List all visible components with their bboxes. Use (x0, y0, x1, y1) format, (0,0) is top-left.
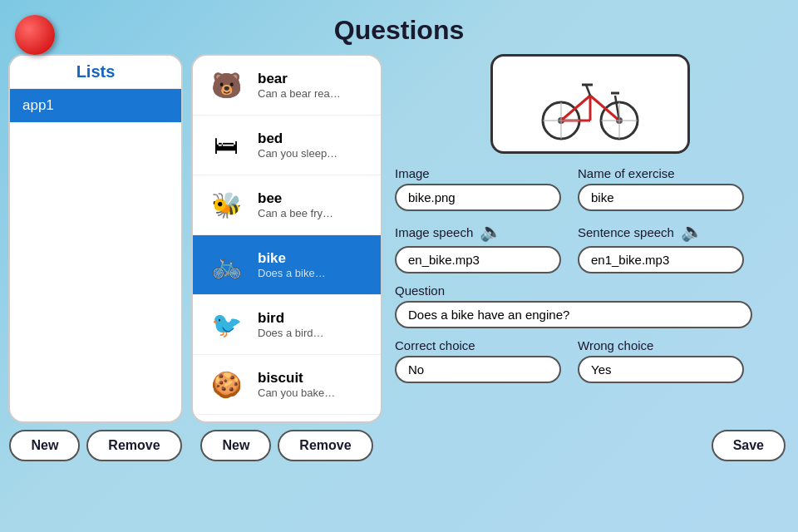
item-image-biscuit: 🍪 (201, 362, 251, 407)
item-image-bee: 🐝 (201, 182, 251, 228)
lists-remove-button[interactable]: Remove (86, 430, 181, 461)
image-speech-label: Image speech (395, 225, 473, 239)
item-row-bike[interactable]: 🚲 bike Does a bike… (193, 235, 381, 295)
items-list: 🐻 bear Can a bear rea… 🛏 bed Can you sle… (193, 56, 381, 421)
item-image-bike: 🚲 (201, 242, 251, 288)
page-title: Questions (0, 0, 798, 54)
item-row-bee[interactable]: 🐝 bee Can a bee fry… (193, 175, 381, 235)
item-name-bike: bike (258, 250, 326, 267)
item-row-biscuit[interactable]: 🍪 biscuit Can you bake… (193, 355, 381, 415)
item-subtext-biscuit: Can you bake… (258, 387, 335, 399)
image-group: Image (395, 166, 561, 211)
wrong-choice-group: Wrong choice (578, 338, 744, 383)
item-name-bird: bird (258, 310, 323, 327)
sentence-speech-group: Sentence speech 🔈 (578, 221, 744, 273)
image-label: Image (395, 166, 561, 180)
lists-panel: Lists app1 New Remove (8, 54, 183, 461)
question-input[interactable] (395, 301, 752, 328)
lists-header: Lists (10, 56, 181, 89)
item-image-bear: 🐻 (201, 62, 251, 108)
item-subtext-bee: Can a bee fry… (258, 207, 333, 219)
speech-row: Image speech 🔈 Sentence speech 🔈 (395, 221, 786, 273)
list-item-app1[interactable]: app1 (10, 89, 181, 123)
name-input[interactable] (578, 184, 744, 211)
detail-panel: Image Name of exercise Image speech 🔈 Se… (391, 54, 790, 461)
sentence-speech-input[interactable] (578, 246, 744, 273)
choices-row: Correct choice Wrong choice (395, 338, 786, 383)
item-subtext-bear: Can a bear rea… (258, 87, 341, 100)
image-speech-speaker-icon[interactable]: 🔈 (480, 221, 502, 243)
image-speech-group: Image speech 🔈 (395, 221, 561, 273)
item-name-bee: bee (258, 190, 333, 207)
item-name-biscuit: biscuit (258, 370, 335, 387)
image-speech-input[interactable] (395, 246, 561, 273)
red-circle-button[interactable] (15, 15, 55, 55)
items-buttons: New Remove (191, 430, 382, 461)
name-label: Name of exercise (578, 166, 744, 180)
svg-line-8 (586, 85, 590, 96)
lists-items: app1 (10, 89, 181, 421)
bike-image-svg (536, 66, 644, 141)
item-image-bird: 🐦 (201, 302, 251, 347)
save-btn-area: Save (395, 421, 786, 461)
items-new-button[interactable]: New (200, 430, 271, 461)
correct-choice-input[interactable] (395, 356, 561, 383)
question-row: Question (395, 283, 786, 328)
save-button[interactable]: Save (712, 430, 786, 461)
items-panel: 🐻 bear Can a bear rea… 🛏 bed Can you sle… (191, 54, 382, 461)
item-name-bed: bed (258, 131, 337, 147)
correct-choice-group: Correct choice (395, 338, 561, 383)
item-row-bear[interactable]: 🐻 bear Can a bear rea… (193, 56, 381, 116)
sentence-speech-speaker-icon[interactable]: 🔈 (681, 221, 703, 243)
image-input[interactable] (395, 184, 561, 211)
question-label: Question (395, 283, 752, 298)
items-container: 🐻 bear Can a bear rea… 🛏 bed Can you sle… (191, 54, 382, 423)
question-group: Question (395, 283, 752, 328)
wrong-choice-label: Wrong choice (578, 338, 744, 352)
item-row-bird[interactable]: 🐦 bird Does a bird… (193, 295, 381, 355)
wrong-choice-input[interactable] (578, 356, 744, 383)
items-remove-button[interactable]: Remove (278, 430, 372, 461)
item-subtext-bed: Can you sleep… (258, 147, 337, 160)
image-name-row: Image Name of exercise (395, 166, 786, 211)
item-row-bed[interactable]: 🛏 bed Can you sleep… (193, 116, 381, 175)
lists-container: Lists app1 (8, 54, 183, 423)
lists-buttons: New Remove (8, 430, 183, 461)
item-subtext-bike: Does a bike… (258, 267, 326, 279)
item-subtext-bird: Does a bird… (258, 327, 323, 339)
lists-new-button[interactable]: New (9, 430, 80, 461)
svg-line-4 (561, 96, 590, 121)
item-name-bear: bear (258, 71, 341, 87)
name-group: Name of exercise (578, 166, 744, 211)
correct-choice-label: Correct choice (395, 338, 561, 352)
main-layout: Lists app1 New Remove 🐻 bear Can a bear … (0, 54, 798, 461)
item-image-bed: 🛏 (201, 122, 251, 168)
sentence-speech-label: Sentence speech (578, 225, 674, 239)
detail-image-box (490, 54, 690, 154)
